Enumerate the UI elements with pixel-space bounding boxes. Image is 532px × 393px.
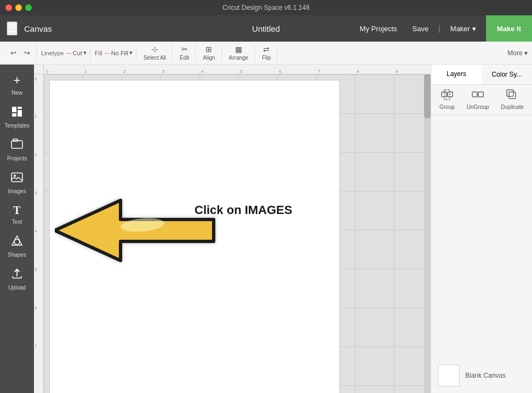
ungroup-icon [472,89,484,102]
blank-canvas-label: Blank Canvas [465,372,506,379]
sidebar-images-label: Images [8,188,26,194]
ruler-horizontal: 0 1 2 3 4 5 6 7 8 9 [44,65,431,74]
align-group: ⊞ Align [197,45,221,61]
top-nav: ☰ Canvas Untitled My Projects Save | Mak… [0,15,532,42]
sidebar-item-images[interactable]: Images [2,167,32,199]
sidebar: + New Templates Projects [0,65,34,393]
canvas-content[interactable]: Click on IMAGES [44,74,431,393]
edit-group: ✂ Edit [174,45,196,61]
redo-icon: ↪ [24,49,30,57]
make-it-button[interactable]: Make It [486,15,532,42]
svg-rect-2 [18,110,22,117]
ruler-corner [34,65,44,74]
linetype-chevron: ▾ [83,49,87,56]
scrollbar-thumb[interactable] [424,74,431,118]
svg-rect-3 [12,113,16,117]
text-icon: T [13,204,20,217]
more-button[interactable]: More ▾ [507,49,528,57]
vertical-scrollbar[interactable] [424,74,431,393]
select-all-button[interactable]: ⊹ Select All [141,43,169,62]
svg-rect-1 [18,107,22,109]
sidebar-item-upload[interactable]: Upload [2,263,32,295]
edit-button[interactable]: ✂ Edit [177,43,192,62]
minimize-button[interactable] [15,4,22,11]
annotation-text: Click on IMAGES [195,203,292,217]
duplicate-button[interactable]: Duplicate [501,89,524,110]
fill-select[interactable]: — No Fill ▾ [105,49,133,56]
arrange-icon: ▦ [235,45,242,54]
linetype-label: Linetype [41,50,64,56]
arrange-button[interactable]: ▦ Arrange [226,43,251,62]
toolbar: ↩ ↪ Linetype — Cut ▾ Fill — No Fill ▾ ⊹ … [0,42,532,65]
save-button[interactable]: Save [407,21,434,36]
align-button[interactable]: ⊞ Align [200,43,218,62]
my-projects-button[interactable]: My Projects [354,21,403,36]
svg-rect-14 [472,92,477,97]
align-icon: ⊞ [205,45,212,54]
sidebar-item-new[interactable]: + New [2,69,32,100]
sidebar-item-shapes[interactable]: Shapes [2,230,32,262]
close-button[interactable] [5,4,12,11]
svg-rect-13 [444,90,450,100]
sidebar-item-text[interactable]: T Text [2,200,32,229]
svg-rect-5 [13,139,18,141]
layer-actions: Group UnGroup Duplicate [431,85,532,115]
right-panel: Layers Color Sy... Group [431,65,532,393]
ungroup-button[interactable]: UnGroup [467,89,489,110]
linetype-select[interactable]: — Cut ▾ [66,49,87,56]
flip-icon: ⇄ [263,45,270,54]
templates-icon [11,106,23,120]
right-panel-tabs: Layers Color Sy... [431,65,532,85]
fill-chevron: ▾ [129,49,133,56]
svg-point-8 [14,239,20,245]
annotation: Click on IMAGES [55,195,219,268]
app-title: Cricut Design Space v6.1.148 [222,4,310,11]
images-icon [11,171,23,186]
new-icon: + [14,73,21,88]
arrange-group: ▦ Arrange [223,45,255,61]
maker-button[interactable]: Maker ▾ [445,21,482,36]
undo-icon: ↩ [10,49,16,57]
sidebar-text-label: Text [12,219,22,225]
tab-color-sync[interactable]: Color Sy... [482,65,532,84]
project-title: Untitled [252,24,280,33]
edit-icon: ✂ [181,45,188,54]
shapes-icon [11,235,23,250]
sidebar-item-projects[interactable]: Projects [2,134,32,166]
ruler-vertical: 0 1 2 3 4 5 6 7 [34,65,44,393]
svg-rect-16 [509,92,516,99]
canvas-area[interactable]: 0 1 2 3 4 5 6 7 8 9 0 1 2 3 4 5 6 7 [34,65,431,393]
projects-icon [11,138,23,153]
linetype-group: Linetype — Cut ▾ [38,45,90,61]
nav-right: My Projects Save | Maker ▾ Make It [354,15,532,42]
group-button[interactable]: Group [439,89,455,110]
group-icon [441,89,453,102]
undo-redo-group: ↩ ↪ [4,45,37,61]
svg-rect-15 [478,92,483,97]
sidebar-new-label: New [12,90,22,96]
fill-group: Fill — No Fill ▾ [91,45,136,61]
flip-button[interactable]: ⇄ Flip [259,43,273,62]
sidebar-templates-label: Templates [4,123,30,129]
redo-button[interactable]: ↪ [21,47,33,59]
flip-group: ⇄ Flip [256,45,277,61]
select-all-group: ⊹ Select All [138,45,173,61]
undo-button[interactable]: ↩ [8,47,19,59]
upload-icon [11,268,23,282]
maximize-button[interactable] [25,4,32,11]
title-bar: Cricut Design Space v6.1.148 [0,0,532,15]
canvas-label: Canvas [24,24,52,33]
main-area: + New Templates Projects [0,65,532,393]
sidebar-item-templates[interactable]: Templates [2,101,32,133]
layer-list-area [431,115,532,358]
fill-label: Fill [95,50,102,56]
tab-layers[interactable]: Layers [431,65,482,84]
window-controls [5,4,32,11]
duplicate-icon [506,89,518,102]
chevron-down-icon: ▾ [472,25,476,33]
svg-rect-6 [12,173,22,182]
sidebar-shapes-label: Shapes [8,252,26,258]
fill-color: — [105,50,110,56]
hamburger-menu[interactable]: ☰ [7,21,18,36]
blank-canvas-area: Blank Canvas [431,358,532,393]
